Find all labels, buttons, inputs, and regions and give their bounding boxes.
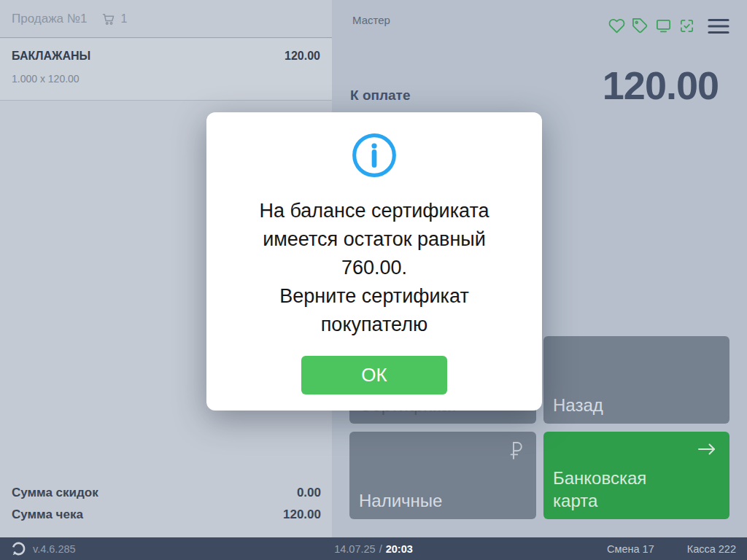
- receipt-item-row[interactable]: БАКЛАЖАНЫ 120.00 1.000 x 120.00: [0, 39, 332, 101]
- item-price: 120.00: [285, 50, 320, 63]
- version-block: v.4.6.285: [0, 541, 76, 556]
- cart-icon: [101, 12, 116, 26]
- status-time: 20:03: [386, 543, 413, 555]
- arrow-right-icon: [695, 440, 719, 458]
- receipt-summary: Сумма скидок 0.00 Сумма чека 120.00: [12, 482, 321, 526]
- receipt-total-label: Сумма чека: [12, 504, 83, 526]
- cash-button-label: Наличные: [359, 489, 442, 512]
- heart-icon[interactable]: [608, 18, 625, 34]
- amount-due-value: 120.00: [603, 63, 719, 108]
- item-name: БАКЛАЖАНЫ: [12, 50, 90, 63]
- datetime-block: 14.07.25/20:03: [334, 543, 413, 555]
- status-bar: v.4.6.285 14.07.25/20:03 Смена 17 Касса …: [0, 537, 747, 560]
- item-quantity-detail: 1.000 x 120.00: [12, 73, 320, 85]
- status-date: 14.07.25: [334, 543, 375, 555]
- discount-value: 0.00: [297, 482, 321, 504]
- cart-status: 1: [101, 12, 127, 26]
- amount-due-label: К оплате: [350, 88, 410, 104]
- ok-button[interactable]: ОК: [301, 356, 447, 394]
- register-number: Касса 222: [687, 543, 736, 555]
- discount-label: Сумма скидок: [12, 482, 98, 504]
- cash-payment-button[interactable]: Наличные: [349, 432, 536, 519]
- pos-screen: Продажа №1 1 БАКЛАЖАНЫ 120.00 1.000 x 12…: [0, 0, 747, 560]
- cart-count: 1: [120, 12, 127, 26]
- sale-title: Продажа №1: [12, 12, 87, 26]
- cashier-name: Мастер: [352, 14, 390, 26]
- info-icon: [350, 131, 398, 179]
- hamburger-menu-icon[interactable]: [708, 18, 729, 34]
- datetime-divider: /: [379, 543, 382, 555]
- discount-row: Сумма скидок 0.00: [12, 482, 321, 504]
- evotor-logo-icon: [11, 541, 26, 556]
- info-dialog: На балансе сертификата имеется остаток р…: [206, 112, 542, 411]
- tag-icon[interactable]: [632, 18, 649, 34]
- scan-check-icon[interactable]: [678, 18, 695, 34]
- receipt-total-value: 120.00: [283, 504, 321, 526]
- bank-card-payment-button[interactable]: Банковская карта: [543, 432, 729, 519]
- ruble-icon: [506, 440, 525, 461]
- bank-card-button-label: Банковская карта: [553, 467, 662, 512]
- toolbar-icons: [608, 18, 729, 34]
- display-icon[interactable]: [655, 18, 672, 34]
- dialog-message: На балансе сертификата имеется остаток р…: [206, 197, 542, 339]
- receipt-header: Продажа №1 1: [0, 0, 332, 38]
- back-button[interactable]: Назад: [543, 336, 729, 424]
- register-block: Смена 17 Касса 222: [607, 543, 736, 555]
- receipt-total-row: Сумма чека 120.00: [12, 504, 321, 526]
- back-button-label: Назад: [553, 394, 603, 416]
- app-version: v.4.6.285: [33, 543, 76, 555]
- shift-number: Смена 17: [607, 543, 654, 555]
